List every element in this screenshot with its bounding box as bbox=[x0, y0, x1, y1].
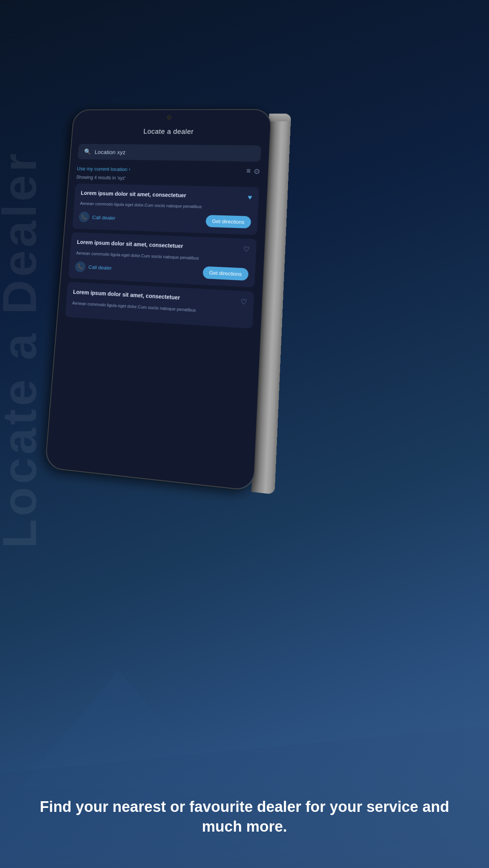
phone-side-top bbox=[269, 113, 291, 121]
phone-mockup: Locate a dealer 🔍 Location xyz Use my cu… bbox=[45, 109, 272, 491]
phone-screen: Locate a dealer 🔍 Location xyz Use my cu… bbox=[45, 110, 271, 491]
background-text: Locate a Dealer bbox=[0, 150, 47, 548]
dealer-description: Aenean commodo ligula eget dolor.Cum soc… bbox=[80, 200, 252, 211]
get-directions-button[interactable]: Get directions bbox=[205, 215, 251, 228]
location-link-label: Use my current location bbox=[77, 166, 128, 172]
app-title: Locate a dealer bbox=[143, 128, 194, 135]
tagline-text: Find your nearest or favourite dealer fo… bbox=[24, 797, 465, 836]
background-triangle bbox=[20, 670, 218, 789]
favorite-icon[interactable]: ♡ bbox=[243, 245, 250, 254]
phone-icon: 📞 bbox=[79, 211, 90, 222]
dealers-list: Lorem ipsum dolor sit amet, consectetuer… bbox=[57, 183, 267, 333]
dealer-card: Lorem ipsum dolor sit amet, consectetuer… bbox=[68, 232, 256, 287]
call-label: Call dealer bbox=[92, 214, 116, 221]
dealer-card: Lorem ipsum dolor sit amet, consectetuer… bbox=[72, 183, 259, 235]
map-view-icon[interactable]: ⊙ bbox=[254, 167, 260, 176]
search-value: Location xyz bbox=[95, 149, 254, 157]
phone-front: Locate a dealer 🔍 Location xyz Use my cu… bbox=[45, 109, 272, 491]
app-header: Locate a dealer bbox=[72, 110, 271, 143]
list-view-icon[interactable]: ≡ bbox=[246, 167, 251, 175]
chevron-right-icon: › bbox=[129, 167, 131, 172]
phone-icon: 📞 bbox=[75, 261, 86, 272]
tagline-section: Find your nearest or favourite dealer fo… bbox=[0, 797, 489, 836]
search-bar[interactable]: 🔍 Location xyz bbox=[78, 144, 261, 162]
dealer-actions: 📞 Call dealer Get directions bbox=[78, 211, 251, 228]
dealer-name: Lorem ipsum dolor sit amet, consectetuer bbox=[81, 190, 248, 201]
favorite-icon[interactable]: ♥ bbox=[248, 193, 252, 202]
location-link[interactable]: Use my current location › bbox=[77, 166, 131, 172]
dealer-name: Lorem ipsum dolor sit amet, consectetuer bbox=[77, 238, 243, 252]
get-directions-button[interactable]: Get directions bbox=[203, 266, 249, 281]
search-container: 🔍 Location xyz bbox=[70, 141, 269, 165]
view-toggle-icons: ≡ ⊙ bbox=[246, 167, 260, 175]
dealer-card: Lorem ipsum dolor sit amet, consectetuer… bbox=[65, 282, 254, 328]
call-label: Call dealer bbox=[88, 264, 112, 271]
search-icon: 🔍 bbox=[84, 148, 91, 155]
call-dealer-button[interactable]: 📞 Call dealer bbox=[79, 211, 116, 223]
dealer-card-header: Lorem ipsum dolor sit amet, consectetuer… bbox=[80, 190, 252, 202]
call-dealer-button[interactable]: 📞 Call dealer bbox=[75, 261, 112, 273]
favorite-icon[interactable]: ♡ bbox=[240, 297, 247, 306]
dealer-actions: 📞 Call dealer Get directions bbox=[75, 260, 249, 281]
